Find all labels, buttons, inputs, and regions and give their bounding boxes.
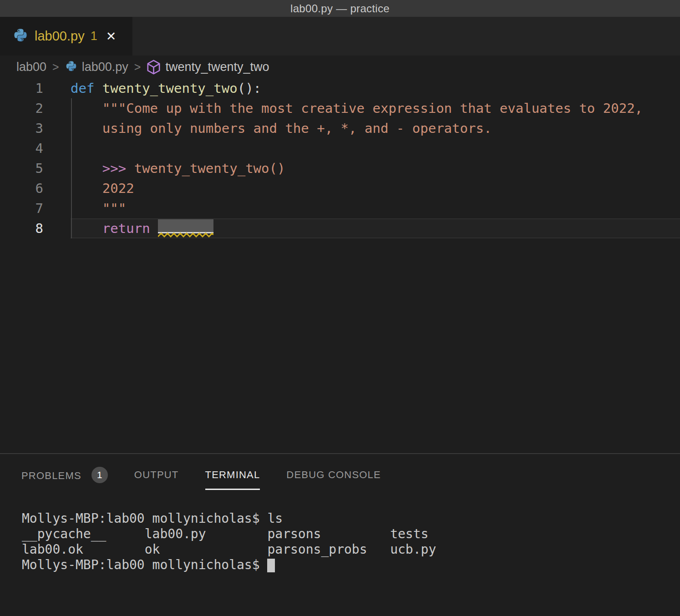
problems-count-badge: 1 [91,467,108,483]
symbol-cube-icon [147,60,161,75]
code-line[interactable]: 1def twenty_twenty_two(): [0,78,680,98]
panel-tab-label: PROBLEMS [21,470,81,482]
bottom-panel: PROBLEMS1OUTPUTTERMINALDEBUG CONSOLE Mol… [0,453,680,616]
python-icon [13,29,28,44]
code-line[interactable]: 7 """ [0,198,680,218]
panel-tab-problems[interactable]: PROBLEMS1 [21,469,108,492]
line-number: 7 [0,198,43,218]
warning-squiggle-icon [158,232,213,237]
line-number: 1 [0,78,43,98]
code-text: using only numbers and the +, *, and - o… [71,118,680,138]
terminal-line: lab00.ok ok parsons_probs ucb.py [22,542,680,557]
tab-filename: lab00.py [35,29,85,44]
code-text: >>> twenty_twenty_two() [71,158,680,178]
code-editor[interactable]: 1def twenty_twenty_two():2 """Come up wi… [0,78,680,453]
chevron-right-icon: > [52,61,59,74]
breadcrumb-symbol[interactable]: twenty_twenty_two [165,60,269,74]
terminal-line: __pycache__ lab00.py parsons tests [22,526,680,542]
code-text: return [71,218,680,238]
panel-tab-debug-console[interactable]: DEBUG CONSOLE [286,469,381,490]
close-icon[interactable]: ✕ [106,29,117,44]
code-line[interactable]: 6 2022 [0,178,680,198]
panel-tab-label: DEBUG CONSOLE [286,469,381,481]
line-number: 3 [0,118,43,138]
indent-guide [71,98,72,238]
code-text: def twenty_twenty_two(): [71,78,680,98]
titlebar: lab00.py — practice [0,0,680,17]
line-number: 5 [0,158,43,178]
panel-tab-terminal[interactable]: TERMINAL [205,469,260,490]
tab-lab00py[interactable]: lab00.py 1 ✕ [0,17,132,56]
window-title: lab00.py — practice [290,2,390,15]
code-line[interactable]: 8 return [0,218,680,238]
python-icon [65,61,77,73]
line-number: 6 [0,178,43,198]
code-line[interactable]: 5 >>> twenty_twenty_two() [0,158,680,178]
code-text: """Come up with the most creative expres… [71,98,680,118]
terminal-output[interactable]: Mollys-MBP:lab00 mollynicholas$ ls__pyca… [22,511,680,573]
code-lines: 1def twenty_twenty_two():2 """Come up wi… [0,78,680,238]
tab-strip: lab00.py 1 ✕ [0,17,680,56]
code-line[interactable]: 4 [0,138,680,158]
terminal-cursor [267,559,275,572]
code-line[interactable]: 2 """Come up with the most creative expr… [0,98,680,118]
breadcrumb-file[interactable]: lab00.py [82,60,128,74]
chevron-right-icon: > [134,61,141,74]
line-number: 4 [0,138,43,158]
line-number: 8 [0,218,43,238]
code-text: 2022 [71,178,680,198]
panel-tab-label: TERMINAL [205,469,260,481]
tab-problem-count: 1 [91,29,97,43]
code-line[interactable]: 3 using only numbers and the +, *, and -… [0,118,680,138]
panel-tab-label: OUTPUT [134,469,179,481]
code-text: """ [71,198,680,218]
line-number: 2 [0,98,43,118]
terminal-line: Mollys-MBP:lab00 mollynicholas$ [22,557,680,573]
panel-tab-output[interactable]: OUTPUT [134,469,179,490]
breadcrumb-folder[interactable]: lab00 [16,60,46,74]
breadcrumb: lab00 > lab00.py > twenty_twenty_two [0,56,680,78]
whitespace-selection [158,219,213,233]
code-text [71,138,680,158]
terminal-line: Mollys-MBP:lab00 mollynicholas$ ls [22,511,680,526]
vscode-window: lab00.py — practice lab00.py 1 ✕ lab00 >… [0,0,680,616]
panel-tabs: PROBLEMS1OUTPUTTERMINALDEBUG CONSOLE [0,454,680,492]
